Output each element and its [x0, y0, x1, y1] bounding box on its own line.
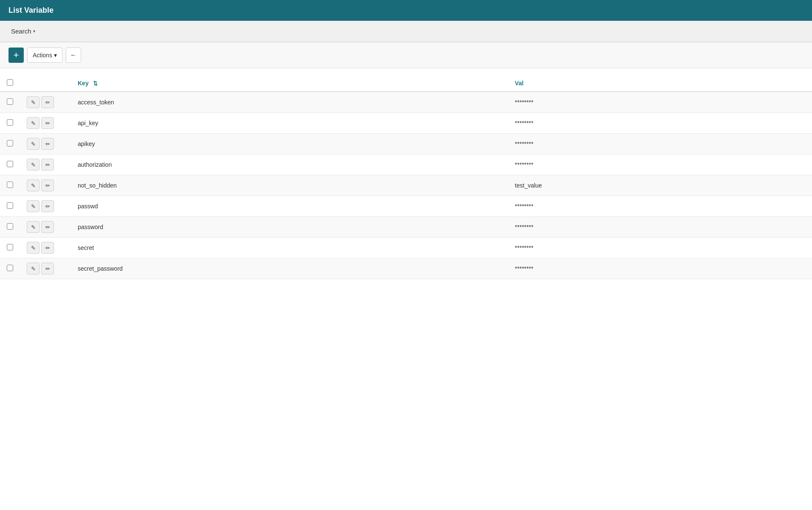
edit-button[interactable]: ✎ — [27, 179, 39, 191]
val-cell: ******** — [508, 92, 812, 113]
delete-button[interactable]: ✏ — [41, 179, 54, 191]
row-actions-cell: ✎✏ — [20, 217, 71, 238]
edit-button[interactable]: ✎ — [27, 138, 39, 150]
edit-icon: ✎ — [31, 245, 36, 251]
row-actions: ✎✏ — [27, 179, 64, 191]
row-checkbox[interactable] — [7, 244, 13, 250]
edit-button[interactable]: ✎ — [27, 242, 39, 254]
table-row: ✎✏passwd******** — [0, 196, 812, 217]
key-cell: apikey — [71, 134, 508, 154]
row-actions-cell: ✎✏ — [20, 113, 71, 134]
delete-icon: ✏ — [45, 266, 50, 272]
val-cell: test_value — [508, 175, 812, 196]
val-cell: ******** — [508, 258, 812, 279]
delete-button[interactable]: ✏ — [41, 221, 54, 233]
th-actions — [20, 75, 71, 92]
table-row: ✎✏apikey******** — [0, 134, 812, 154]
row-actions: ✎✏ — [27, 242, 64, 254]
edit-button[interactable]: ✎ — [27, 159, 39, 171]
row-checkbox-cell — [0, 238, 20, 258]
row-checkbox[interactable] — [7, 223, 13, 230]
row-actions-cell: ✎✏ — [20, 134, 71, 154]
add-button[interactable]: + — [8, 48, 24, 63]
delete-button[interactable]: ✏ — [41, 242, 54, 254]
th-checkbox — [0, 75, 20, 92]
row-actions: ✎✏ — [27, 96, 64, 108]
val-cell: ******** — [508, 196, 812, 217]
actions-dropdown-button[interactable]: Actions ▾ — [27, 48, 62, 63]
search-caret-icon: ▾ — [33, 29, 35, 34]
edit-icon: ✎ — [31, 120, 36, 126]
search-dropdown-button[interactable]: Search ▾ — [8, 26, 38, 36]
table-row: ✎✏authorization******** — [0, 154, 812, 175]
th-key[interactable]: Key ⇅ — [71, 75, 508, 92]
row-actions: ✎✏ — [27, 138, 64, 150]
row-checkbox-cell — [0, 113, 20, 134]
row-actions-cell: ✎✏ — [20, 258, 71, 279]
edit-button[interactable]: ✎ — [27, 200, 39, 212]
edit-button[interactable]: ✎ — [27, 96, 39, 108]
delete-icon: ✏ — [45, 182, 50, 189]
delete-icon: ✏ — [45, 162, 50, 168]
sort-icon[interactable]: ⇅ — [93, 80, 98, 87]
select-all-checkbox[interactable] — [7, 79, 13, 86]
delete-button[interactable]: ✏ — [41, 159, 54, 171]
delete-button[interactable]: ✏ — [41, 263, 54, 275]
key-cell: secret — [71, 238, 508, 258]
table-row: ✎✏password******** — [0, 217, 812, 238]
row-checkbox-cell — [0, 258, 20, 279]
row-checkbox[interactable] — [7, 140, 13, 146]
table-row: ✎✏secret******** — [0, 238, 812, 258]
delete-button[interactable]: ✏ — [41, 200, 54, 212]
table-row: ✎✏api_key******** — [0, 113, 812, 134]
delete-button[interactable]: ✏ — [41, 117, 54, 129]
edit-button[interactable]: ✎ — [27, 263, 39, 275]
row-actions: ✎✏ — [27, 263, 64, 275]
edit-button[interactable]: ✎ — [27, 117, 39, 129]
edit-icon: ✎ — [31, 141, 36, 147]
delete-icon: ✏ — [45, 245, 50, 251]
th-val: Val — [508, 75, 812, 92]
row-checkbox[interactable] — [7, 98, 13, 105]
key-cell: api_key — [71, 113, 508, 134]
edit-icon: ✎ — [31, 266, 36, 272]
page-wrapper: List Variable Search ▾ + Actions ▾ ← — [0, 0, 812, 510]
variables-table: Key ⇅ Val ✎✏access_token********✎✏api_ke… — [0, 75, 812, 279]
table-row: ✎✏not_so_hiddentest_value — [0, 175, 812, 196]
delete-icon: ✏ — [45, 141, 50, 147]
row-actions: ✎✏ — [27, 221, 64, 233]
row-checkbox-cell — [0, 196, 20, 217]
row-actions: ✎✏ — [27, 200, 64, 212]
edit-button[interactable]: ✎ — [27, 221, 39, 233]
val-cell: ******** — [508, 154, 812, 175]
row-checkbox[interactable] — [7, 202, 13, 209]
actions-label: Actions — [33, 52, 52, 59]
table-row: ✎✏secret_password******** — [0, 258, 812, 279]
table-wrapper: Key ⇅ Val ✎✏access_token********✎✏api_ke… — [0, 68, 812, 279]
row-actions-cell: ✎✏ — [20, 92, 71, 113]
row-checkbox[interactable] — [7, 119, 13, 126]
edit-icon: ✎ — [31, 99, 36, 106]
key-cell: not_so_hidden — [71, 175, 508, 196]
edit-icon: ✎ — [31, 224, 36, 230]
delete-icon: ✏ — [45, 120, 50, 126]
search-label: Search — [11, 28, 31, 35]
row-actions-cell: ✎✏ — [20, 175, 71, 196]
edit-icon: ✎ — [31, 162, 36, 168]
val-cell: ******** — [508, 217, 812, 238]
row-checkbox[interactable] — [7, 161, 13, 167]
delete-button[interactable]: ✏ — [41, 138, 54, 150]
actions-caret-icon: ▾ — [54, 52, 57, 59]
val-cell: ******** — [508, 113, 812, 134]
table-body: ✎✏access_token********✎✏api_key********✎… — [0, 92, 812, 279]
table-header-row: Key ⇅ Val — [0, 75, 812, 92]
row-checkbox[interactable] — [7, 265, 13, 271]
row-checkbox[interactable] — [7, 182, 13, 188]
toolbar: + Actions ▾ ← — [0, 42, 812, 68]
key-cell: secret_password — [71, 258, 508, 279]
delete-button[interactable]: ✏ — [41, 96, 54, 108]
back-button[interactable]: ← — [66, 48, 81, 63]
edit-icon: ✎ — [31, 203, 36, 210]
page-header: List Variable — [0, 0, 812, 21]
table-row: ✎✏access_token******** — [0, 92, 812, 113]
